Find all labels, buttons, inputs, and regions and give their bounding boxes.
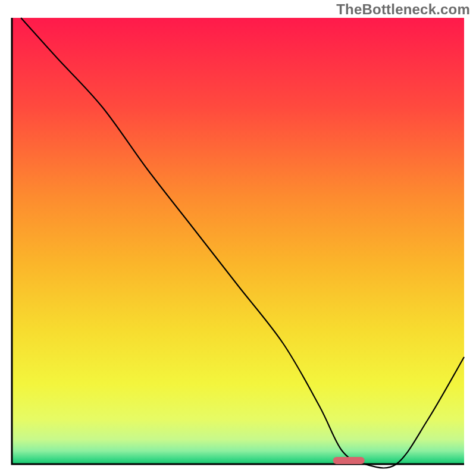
chart-frame: TheBottleneck.com [0, 0, 476, 476]
optimal-marker [333, 457, 365, 464]
bottleneck-chart [0, 0, 476, 476]
plot-background [12, 18, 464, 464]
